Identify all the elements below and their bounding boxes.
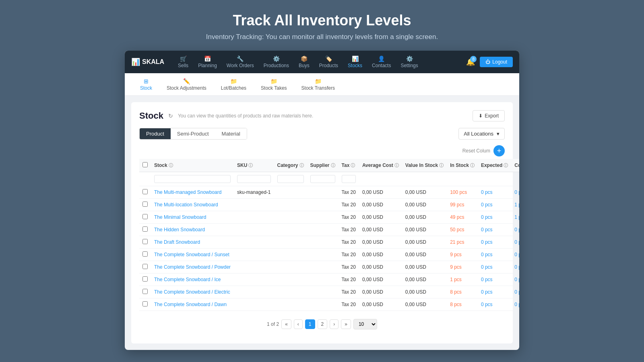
row-supplier bbox=[307, 186, 339, 199]
power-icon: ⏻ bbox=[485, 59, 490, 65]
tab-semi-product[interactable]: Semi-Product bbox=[171, 128, 215, 139]
product-link-4[interactable]: The Draft Snowboard bbox=[154, 239, 200, 245]
row-avgcost: 0,00 USD bbox=[359, 224, 402, 236]
subnav-stock-transfers[interactable]: 📁 Stock Transfers bbox=[296, 76, 341, 93]
hero-title: Track All Inventory Levels bbox=[233, 12, 411, 29]
row-instock: 1 pcs bbox=[447, 274, 478, 286]
table-row: The Minimal Snowboard Tax 20 0,00 USD 0,… bbox=[139, 211, 519, 224]
nav-item-contacts[interactable]: 👤 Contacts bbox=[368, 53, 395, 71]
nav-item-productions[interactable]: ⚙️ Productions bbox=[260, 53, 293, 71]
th-avg-cost: Average Cost ⓘ bbox=[359, 159, 402, 172]
refresh-icon[interactable]: ↻ bbox=[168, 113, 173, 119]
subnav-stock-takes[interactable]: 📁 Stock Takes bbox=[255, 76, 292, 93]
row-check[interactable] bbox=[139, 236, 151, 249]
row-check[interactable] bbox=[139, 186, 151, 199]
nav-item-workorders[interactable]: 🔧 Work Orders bbox=[223, 53, 258, 71]
prev-page-button[interactable]: ‹ bbox=[294, 319, 303, 329]
next-page-button[interactable]: › bbox=[330, 319, 339, 329]
row-check[interactable] bbox=[139, 261, 151, 274]
subnav-stock[interactable]: ⊞ Stock bbox=[134, 76, 158, 93]
workorders-icon: 🔧 bbox=[237, 56, 244, 62]
subnav-adjustments-label: Stock Adjustments bbox=[167, 85, 206, 91]
product-link-0[interactable]: The Multi-managed Snowboard bbox=[154, 189, 221, 195]
th-expected-label: Expected bbox=[481, 162, 502, 168]
logout-button[interactable]: ⏻ Logout bbox=[480, 57, 513, 67]
export-label: Export bbox=[485, 113, 499, 119]
row-checkbox-9[interactable] bbox=[142, 301, 148, 306]
nav-item-products[interactable]: 🏷️ Products bbox=[315, 53, 342, 71]
th-value-label: Value In Stock bbox=[405, 162, 438, 168]
export-button[interactable]: ⬇ Export bbox=[473, 110, 505, 121]
row-checkbox-1[interactable] bbox=[142, 202, 148, 207]
row-check[interactable] bbox=[139, 249, 151, 261]
page-1-button[interactable]: 1 bbox=[305, 319, 315, 329]
add-column-button[interactable]: + bbox=[493, 145, 505, 156]
tab-product[interactable]: Product bbox=[140, 128, 171, 139]
filter-sku[interactable] bbox=[234, 172, 274, 186]
row-checkbox-2[interactable] bbox=[142, 214, 148, 219]
per-page-select[interactable]: 10 25 50 100 bbox=[353, 319, 377, 329]
reset-columns-button[interactable]: Reset Colum bbox=[462, 148, 490, 154]
filter-stock-input[interactable] bbox=[154, 175, 231, 183]
stocks-icon: 📊 bbox=[352, 56, 359, 62]
product-link-6[interactable]: The Complete Snowboard / Powder bbox=[154, 264, 231, 270]
product-link-3[interactable]: The Hidden Snowboard bbox=[154, 227, 205, 232]
filter-stock[interactable] bbox=[151, 172, 234, 186]
nav-item-sells[interactable]: 🛒 Sells bbox=[174, 53, 192, 71]
product-link-1[interactable]: The Multi-location Snowboard bbox=[154, 202, 218, 208]
row-product: The Multi-location Snowboard bbox=[151, 199, 234, 211]
filter-tax[interactable] bbox=[339, 172, 359, 186]
nav-item-settings[interactable]: ⚙️ Settings bbox=[396, 53, 422, 71]
row-avgcost: 0,00 USD bbox=[359, 199, 402, 211]
th-supplier: Supplier ⓘ bbox=[307, 159, 339, 172]
row-checkbox-0[interactable] bbox=[142, 189, 148, 194]
select-all-checkbox[interactable] bbox=[142, 162, 148, 167]
subnav-stock-adjustments[interactable]: ✏️ Stock Adjustments bbox=[161, 76, 212, 93]
filter-category-input[interactable] bbox=[277, 175, 304, 183]
row-checkbox-8[interactable] bbox=[142, 289, 148, 294]
nav-item-stocks[interactable]: 📊 Stocks bbox=[344, 53, 366, 71]
row-expected: 0 pcs bbox=[478, 249, 511, 261]
row-checkbox-6[interactable] bbox=[142, 264, 148, 269]
notification-button[interactable]: 🔔 8 bbox=[466, 58, 475, 66]
lotbatches-subnav-icon: 📁 bbox=[230, 78, 237, 84]
row-checkbox-3[interactable] bbox=[142, 226, 148, 232]
product-link-7[interactable]: The Complete Snowboard / Ice bbox=[154, 277, 221, 282]
row-check[interactable] bbox=[139, 298, 151, 311]
row-checkbox-4[interactable] bbox=[142, 239, 148, 244]
row-checkbox-7[interactable] bbox=[142, 276, 148, 282]
row-supplier bbox=[307, 274, 339, 286]
nav-item-planning[interactable]: 📅 Planning bbox=[194, 53, 221, 71]
product-link-2[interactable]: The Minimal Snowboard bbox=[154, 214, 206, 220]
filter-sku-input[interactable] bbox=[237, 175, 270, 183]
row-avgcost: 0,00 USD bbox=[359, 298, 402, 311]
row-sku bbox=[234, 211, 274, 224]
filter-check bbox=[139, 172, 151, 186]
table-row: The Draft Snowboard Tax 20 0,00 USD 0,00… bbox=[139, 236, 519, 249]
page-2-button[interactable]: 2 bbox=[318, 319, 328, 329]
row-check[interactable] bbox=[139, 199, 151, 211]
row-instock: 50 pcs bbox=[447, 224, 478, 236]
nav-item-buys[interactable]: 📦 Buys bbox=[295, 53, 314, 71]
product-link-8[interactable]: The Complete Snowboard / Electric bbox=[154, 289, 230, 295]
last-page-button[interactable]: » bbox=[341, 319, 351, 329]
filter-supplier-input[interactable] bbox=[310, 175, 335, 183]
location-selector[interactable]: All Locations ▾ bbox=[458, 128, 505, 140]
row-checkbox-5[interactable] bbox=[142, 251, 148, 257]
row-sku bbox=[234, 261, 274, 274]
product-link-9[interactable]: The Complete Snowboard / Dawn bbox=[154, 302, 227, 307]
filter-supplier[interactable] bbox=[307, 172, 339, 186]
subnav-lot-batches[interactable]: 📁 Lot/Batches bbox=[215, 76, 252, 93]
filter-tax-input[interactable] bbox=[342, 175, 356, 183]
row-check[interactable] bbox=[139, 211, 151, 224]
product-link-5[interactable]: The Complete Snowboard / Sunset bbox=[154, 252, 229, 257]
row-check[interactable] bbox=[139, 224, 151, 236]
row-check[interactable] bbox=[139, 274, 151, 286]
row-category bbox=[274, 186, 307, 199]
filter-category[interactable] bbox=[274, 172, 307, 186]
tab-material[interactable]: Material bbox=[215, 128, 247, 139]
row-avgcost: 0,00 USD bbox=[359, 261, 402, 274]
row-check[interactable] bbox=[139, 286, 151, 298]
row-committed: 0 pcs bbox=[511, 261, 519, 274]
first-page-button[interactable]: « bbox=[281, 319, 291, 329]
